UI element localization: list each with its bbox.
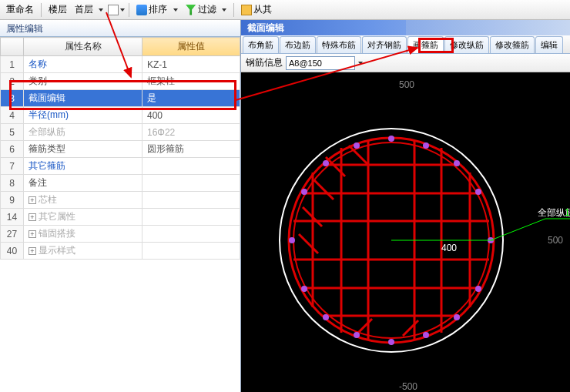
row-num: 8	[1, 175, 24, 192]
sort-button[interactable]: 排序	[133, 2, 180, 18]
rebar-info-input[interactable]	[286, 56, 355, 70]
table-row[interactable]: 7其它箍筋	[1, 158, 240, 175]
svg-point-36	[423, 332, 429, 338]
floor-select[interactable]: 首层	[72, 2, 106, 18]
table-row[interactable]: 1名称KZ-1	[1, 56, 240, 73]
filter-button[interactable]: 过滤	[183, 2, 230, 18]
tab-2[interactable]: 特殊布筋	[317, 36, 361, 53]
svg-point-25	[323, 160, 329, 166]
section-drawing: 500 -500 500	[241, 72, 570, 392]
expand-icon[interactable]: +	[28, 196, 36, 204]
prop-name: +其它属性	[24, 209, 142, 226]
table-row[interactable]: 27+锚固搭接	[1, 226, 240, 243]
tick-right: 500	[548, 235, 563, 246]
section-editor: 截面编辑 布角筋布边筋特殊布筋对齐钢筋画箍筋修改纵筋修改箍筋编辑 钢筋信息 50…	[241, 20, 570, 392]
svg-point-28	[475, 189, 481, 195]
row-num: 6	[1, 141, 24, 158]
tick-bottom: -500	[399, 381, 417, 392]
chevron-down-icon	[120, 8, 125, 12]
tab-4[interactable]: 画箍筋	[407, 36, 444, 53]
table-row[interactable]: 8备注	[1, 175, 240, 192]
table-row[interactable]: 5全部纵筋16Φ22	[1, 124, 240, 141]
col-num	[1, 38, 24, 56]
table-row[interactable]: 9+芯柱	[1, 192, 240, 209]
editor-tabs: 布角筋布边筋特殊布筋对齐钢筋画箍筋修改纵筋修改箍筋编辑	[241, 35, 570, 54]
tab-7[interactable]: 编辑	[535, 36, 563, 53]
property-panel: 属性编辑 属性名称 属性值 1名称KZ-12类别框架柱3截面编辑是4半径(mm)…	[0, 20, 241, 392]
svg-point-35	[354, 332, 360, 338]
prop-value[interactable]	[142, 226, 240, 243]
table-row[interactable]: 14+其它属性	[1, 209, 240, 226]
section-canvas[interactable]: 500 -500 500	[241, 72, 570, 392]
svg-point-27	[301, 189, 307, 195]
svg-line-20	[357, 319, 372, 334]
prop-name: 全部纵筋	[24, 124, 142, 141]
svg-point-31	[301, 286, 307, 292]
row-num: 4	[1, 107, 24, 124]
prop-value[interactable]	[142, 243, 240, 260]
ruler-icon	[241, 5, 252, 15]
prop-value[interactable]: 是	[142, 90, 240, 107]
property-table: 属性名称 属性值 1名称KZ-12类别框架柱3截面编辑是4半径(mm)4005全…	[0, 37, 240, 260]
expand-icon[interactable]: +	[28, 230, 36, 238]
row-num: 5	[1, 124, 24, 141]
rebar-info-row: 钢筋信息	[241, 54, 570, 72]
svg-point-23	[354, 142, 360, 149]
tab-3[interactable]: 对齐钢筋	[362, 36, 407, 53]
svg-point-24	[423, 142, 429, 149]
color-swatch[interactable]	[108, 5, 119, 15]
svg-point-33	[323, 314, 329, 320]
table-row[interactable]: 3截面编辑是	[1, 90, 240, 107]
svg-line-18	[299, 234, 318, 253]
tab-5[interactable]: 修改纵筋	[444, 36, 489, 53]
prop-value[interactable]: 400	[142, 107, 240, 124]
prop-name: 类别	[24, 73, 142, 90]
prop-value[interactable]: 框架柱	[142, 73, 240, 90]
prop-value[interactable]	[142, 175, 240, 192]
prop-name: 半径(mm)	[24, 107, 142, 124]
rename-button[interactable]: 重命名	[3, 2, 37, 18]
prop-value[interactable]	[142, 158, 240, 175]
prop-value[interactable]: KZ-1	[142, 56, 240, 73]
prop-name: 备注	[24, 175, 142, 192]
row-num: 2	[1, 73, 24, 90]
svg-line-21	[403, 320, 418, 336]
prop-value[interactable]: 16Φ22	[142, 124, 240, 141]
svg-point-37	[388, 339, 394, 345]
prop-value[interactable]	[142, 192, 240, 209]
row-num: 7	[1, 158, 24, 175]
chevron-down-icon	[99, 8, 103, 12]
row-num: 3	[1, 90, 24, 107]
tick-top: 500	[399, 79, 414, 90]
prop-value[interactable]: 圆形箍筋	[142, 141, 240, 158]
table-row[interactable]: 4半径(mm)400	[1, 107, 240, 124]
row-num: 9	[1, 192, 24, 209]
rebar-info-label: 钢筋信息	[246, 56, 283, 69]
sort-icon	[136, 5, 147, 15]
row-num: 1	[1, 56, 24, 73]
measure-button[interactable]: 从其	[238, 2, 275, 18]
row-num: 27	[1, 226, 24, 243]
chevron-down-icon[interactable]	[358, 62, 363, 65]
expand-icon[interactable]: +	[28, 247, 36, 255]
svg-line-16	[314, 180, 334, 199]
radius-label: 400	[441, 243, 457, 253]
prop-name: +芯柱	[24, 192, 142, 209]
floor-label: 楼层	[45, 2, 70, 18]
prop-name: 截面编辑	[24, 90, 142, 107]
table-row[interactable]: 40+显示样式	[1, 243, 240, 260]
tab-0[interactable]: 布角筋	[243, 36, 279, 53]
table-row[interactable]: 2类别框架柱	[1, 73, 240, 90]
tab-6[interactable]: 修改箍筋	[490, 36, 535, 53]
row-num: 40	[1, 243, 24, 260]
main-toolbar: 重命名 楼层 首层 排序 过滤 从其	[0, 0, 570, 20]
panel-tab-properties[interactable]: 属性编辑	[0, 20, 240, 37]
prop-value[interactable]	[142, 209, 240, 226]
col-name: 属性名称	[24, 38, 142, 56]
annotation-value: 16	[565, 207, 570, 218]
prop-name: 其它箍筋	[24, 158, 142, 175]
prop-name: +显示样式	[24, 243, 142, 260]
expand-icon[interactable]: +	[28, 213, 36, 221]
tab-1[interactable]: 布边筋	[280, 36, 316, 53]
table-row[interactable]: 6箍筋类型圆形箍筋	[1, 141, 240, 158]
